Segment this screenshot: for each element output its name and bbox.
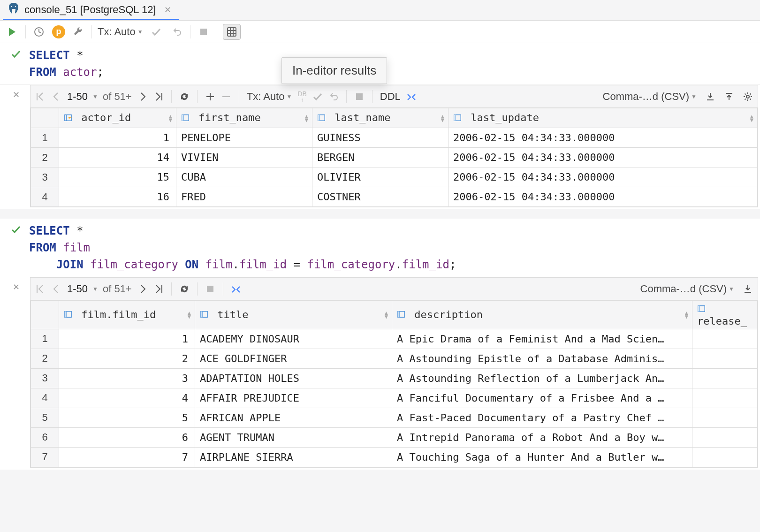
column-header-film-id[interactable]: film.film_id ▲▼ bbox=[59, 301, 195, 329]
cell-film-id[interactable]: 2 bbox=[59, 349, 195, 368]
table-row[interactable]: 2 14 VIVIEN BERGEN 2006-02-15 04:34:33.0… bbox=[31, 148, 758, 167]
sql-code[interactable]: SELECT * FROM film JOIN film_category ON… bbox=[29, 222, 456, 273]
results-table-2[interactable]: film.film_id ▲▼ title ▲▼ description ▲▼ bbox=[30, 300, 758, 467]
history-button[interactable] bbox=[31, 24, 46, 39]
close-results-button[interactable]: ✕ bbox=[2, 85, 30, 207]
cell-title[interactable]: ADAPTATION HOLES bbox=[195, 368, 392, 388]
compare-button[interactable] bbox=[231, 284, 241, 294]
cell-first-name[interactable]: FRED bbox=[176, 187, 312, 207]
tx-mode-dropdown[interactable]: Tx: Auto ▼ bbox=[98, 26, 143, 38]
cell-first-name[interactable]: VIVIEN bbox=[176, 148, 312, 167]
next-page-button[interactable] bbox=[137, 91, 148, 102]
ddl-button[interactable]: DDL bbox=[380, 91, 401, 103]
cell-title[interactable]: ACE GOLDFINGER bbox=[195, 349, 392, 368]
stop-button[interactable] bbox=[205, 284, 215, 294]
cell-last-name[interactable]: OLIVIER bbox=[312, 167, 448, 187]
run-button[interactable] bbox=[5, 24, 20, 39]
export-format-dropdown[interactable]: Comma-…d (CSV) ▼ bbox=[640, 283, 734, 295]
cell-description[interactable]: A Astounding Epistle of a Database Admin… bbox=[392, 349, 692, 368]
download-button[interactable] bbox=[743, 284, 753, 294]
results-table-1[interactable]: actor_id ▲▼ first_name ▲▼ last_name ▲▼ bbox=[30, 108, 758, 207]
rollback-button[interactable] bbox=[169, 24, 184, 39]
stop-button[interactable] bbox=[354, 91, 365, 102]
download-button[interactable] bbox=[705, 91, 715, 102]
table-row[interactable]: 4 4 AFFAIR PREJUDICE A Fanciful Document… bbox=[31, 388, 758, 408]
table-row[interactable]: 3 15 CUBA OLIVIER 2006-02-15 04:34:33.00… bbox=[31, 167, 758, 187]
table-row[interactable]: 4 16 FRED COSTNER 2006-02-15 04:34:33.00… bbox=[31, 187, 758, 207]
first-page-button[interactable] bbox=[35, 91, 46, 102]
column-header-actor-id[interactable]: actor_id ▲▼ bbox=[59, 108, 176, 128]
rollback-button[interactable] bbox=[328, 91, 339, 102]
settings-button[interactable] bbox=[71, 24, 86, 39]
column-header-last-name[interactable]: last_name ▲▼ bbox=[312, 108, 448, 128]
cell-release[interactable] bbox=[692, 388, 758, 408]
commit-button[interactable] bbox=[149, 24, 164, 39]
pager[interactable]: 1-50 ▼ of 51+ bbox=[67, 283, 132, 295]
column-header-title[interactable]: title ▲▼ bbox=[195, 301, 392, 329]
table-row[interactable]: 1 1 ACADEMY DINOSAUR A Epic Drama of a F… bbox=[31, 329, 758, 349]
cell-actor-id[interactable]: 16 bbox=[59, 187, 176, 207]
cell-release[interactable] bbox=[692, 368, 758, 388]
cell-film-id[interactable]: 3 bbox=[59, 368, 195, 388]
prev-page-button[interactable] bbox=[51, 284, 61, 294]
refresh-button[interactable] bbox=[179, 284, 190, 294]
cell-first-name[interactable]: CUBA bbox=[176, 167, 312, 187]
cell-film-id[interactable]: 4 bbox=[59, 388, 195, 408]
cell-last-update[interactable]: 2006-02-15 04:34:33.000000 bbox=[448, 187, 758, 207]
cell-film-id[interactable]: 5 bbox=[59, 408, 195, 427]
prev-page-button[interactable] bbox=[51, 91, 61, 102]
column-header-description[interactable]: description ▲▼ bbox=[392, 301, 692, 329]
first-page-button[interactable] bbox=[35, 284, 46, 294]
db-indicator[interactable]: DB ↑ bbox=[297, 91, 306, 103]
cell-last-update[interactable]: 2006-02-15 04:34:33.000000 bbox=[448, 148, 758, 167]
refresh-button[interactable] bbox=[179, 91, 190, 102]
cell-actor-id[interactable]: 15 bbox=[59, 167, 176, 187]
code-block-2[interactable]: SELECT * FROM film JOIN film_category ON… bbox=[0, 219, 760, 277]
sql-code[interactable]: SELECT * FROM actor; bbox=[29, 47, 104, 81]
cell-title[interactable]: ACADEMY DINOSAUR bbox=[195, 329, 392, 349]
cell-title[interactable]: AIRPLANE SIERRA bbox=[195, 447, 392, 467]
cell-last-update[interactable]: 2006-02-15 04:34:33.000000 bbox=[448, 167, 758, 187]
cell-description[interactable]: A Astounding Reflection of a Lumberjack … bbox=[392, 368, 692, 388]
cell-release[interactable] bbox=[692, 447, 758, 467]
column-header-first-name[interactable]: first_name ▲▼ bbox=[176, 108, 312, 128]
table-row[interactable]: 6 6 AGENT TRUMAN A Intrepid Panorama of … bbox=[31, 427, 758, 447]
cell-title[interactable]: AFFAIR PREJUDICE bbox=[195, 388, 392, 408]
cell-release[interactable] bbox=[692, 408, 758, 427]
cell-first-name[interactable]: PENELOPE bbox=[176, 128, 312, 148]
cell-film-id[interactable]: 1 bbox=[59, 329, 195, 349]
cell-description[interactable]: A Touching Saga of a Hunter And a Butler… bbox=[392, 447, 692, 467]
cell-film-id[interactable]: 6 bbox=[59, 427, 195, 447]
cell-actor-id[interactable]: 14 bbox=[59, 148, 176, 167]
pager[interactable]: 1-50 ▼ of 51+ bbox=[67, 91, 132, 103]
cell-description[interactable]: A Epic Drama of a Feminist And a Mad Sci… bbox=[392, 329, 692, 349]
cell-release[interactable] bbox=[692, 349, 758, 368]
last-page-button[interactable] bbox=[153, 91, 164, 102]
remove-row-button[interactable] bbox=[221, 91, 231, 102]
cell-last-update[interactable]: 2006-02-15 04:34:33.000000 bbox=[448, 128, 758, 148]
cell-release[interactable] bbox=[692, 427, 758, 447]
export-format-dropdown[interactable]: Comma-…d (CSV) ▼ bbox=[603, 91, 697, 103]
table-row[interactable]: 2 2 ACE GOLDFINGER A Astounding Epistle … bbox=[31, 349, 758, 368]
pause-indicator[interactable]: p bbox=[52, 25, 65, 38]
cell-actor-id[interactable]: 1 bbox=[59, 128, 176, 148]
cell-description[interactable]: A Fanciful Documentary of a Frisbee And … bbox=[392, 388, 692, 408]
cell-last-name[interactable]: GUINESS bbox=[312, 128, 448, 148]
cell-last-name[interactable]: BERGEN bbox=[312, 148, 448, 167]
stop-button[interactable] bbox=[196, 24, 211, 39]
compare-button[interactable] bbox=[406, 91, 417, 102]
cell-release[interactable] bbox=[692, 329, 758, 349]
commit-button[interactable] bbox=[312, 91, 323, 102]
table-row[interactable]: 3 3 ADAPTATION HOLES A Astounding Reflec… bbox=[31, 368, 758, 388]
tx-mode-dropdown[interactable]: Tx: Auto ▼ bbox=[247, 91, 292, 103]
close-results-button[interactable]: ✕ bbox=[2, 277, 30, 468]
cell-description[interactable]: A Fast-Paced Documentary of a Pastry Che… bbox=[392, 408, 692, 427]
tab-console-51[interactable]: console_51 [PostgreSQL 12] ✕ bbox=[3, 0, 179, 20]
cell-description[interactable]: A Intrepid Panorama of a Robot And a Boy… bbox=[392, 427, 692, 447]
in-editor-results-button[interactable] bbox=[223, 24, 241, 40]
table-row[interactable]: 7 7 AIRPLANE SIERRA A Touching Saga of a… bbox=[31, 447, 758, 467]
next-page-button[interactable] bbox=[137, 284, 148, 294]
column-header-release[interactable]: release_ bbox=[692, 301, 758, 329]
column-header-last-update[interactable]: last_update ▲▼ bbox=[448, 108, 758, 128]
table-row[interactable]: 5 5 AFRICAN APPLE A Fast-Paced Documenta… bbox=[31, 408, 758, 427]
